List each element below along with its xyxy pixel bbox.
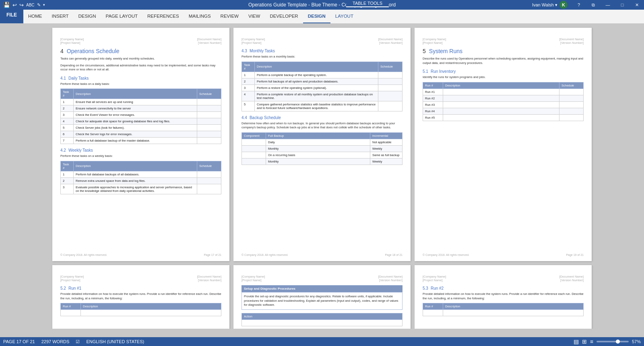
daily-row-7: 7Perform a full database backup of the m… (61, 138, 221, 144)
setup-heading: Setup and Diagnostic Procedures (242, 285, 402, 292)
page-1-header: [Company Name] [Project Name] [Document … (60, 37, 221, 45)
page-5: [Company Name] [Project Name] [Document … (233, 265, 411, 329)
tab-design[interactable]: DESIGN (73, 10, 101, 23)
user-avatar: K (559, 1, 568, 9)
run1-row (61, 310, 221, 316)
run-row-1: Run #1 (423, 89, 584, 95)
quick-access-save[interactable]: 💾 (3, 2, 10, 8)
daily-row-1: 1Ensure that all services are up and run… (61, 99, 221, 105)
page-info: PAGE 17 OF 21 (3, 339, 35, 344)
help-btn[interactable]: ? (572, 0, 586, 10)
p1-project: [Project Name] (60, 41, 84, 45)
tab-references[interactable]: REFERENCES (142, 10, 184, 23)
page-2-footer: © Company 2018. All rights reserved. Pag… (242, 253, 402, 256)
tab-view[interactable]: VIEW (244, 10, 265, 23)
weekly-row-2: 2Remove extra unused space from data and… (61, 177, 221, 184)
p1-docname: [Document Name] (197, 37, 221, 41)
tab-page-layout[interactable]: PAGE LAYOUT (101, 10, 142, 23)
zoom-level[interactable]: 57% (632, 339, 641, 344)
section51-intro: Identify the runs for system programs an… (423, 75, 584, 80)
track-changes-icon[interactable]: ☑ (76, 339, 80, 344)
ribbon: FILE HOME INSERT DESIGN PAGE LAYOUT REFE… (0, 10, 644, 24)
file-tab[interactable]: FILE (0, 10, 23, 23)
p2-company: [Company Name] (242, 37, 265, 41)
title-bar: 💾 ↩ ↪ ABC ✎ ▾ Operations Guide Template … (0, 0, 644, 10)
document-area[interactable]: [Company Name] [Project Name] [Document … (0, 24, 644, 329)
tab-insert[interactable]: INSERT (47, 10, 74, 23)
page-6: [Company Name] [Project Name] [Document … (415, 265, 592, 329)
tab-home[interactable]: HOME (23, 10, 47, 23)
backup-row-2: MonthlyWeekly (242, 145, 402, 152)
section52-heading: 5.2 Run #1 (60, 286, 221, 290)
weekly-row-1: 1Perform full database backups of all da… (61, 171, 221, 177)
run-row-2: Run #2 (423, 95, 584, 101)
quick-access-custom[interactable]: ✎ (37, 2, 41, 8)
backup-row-3: On a recurring basisSame as full backup (242, 152, 402, 158)
quick-access-spell[interactable]: ABC (26, 3, 35, 7)
section42-heading: 4.2 Weekly Tasks (60, 148, 221, 152)
section4-heading: 4 Operations Schedule (60, 48, 221, 54)
user-name[interactable]: Ivan Walsh ▾ (532, 2, 557, 8)
p1-version: [Version Number] (198, 41, 221, 45)
page-4: [Company Name] [Project Name] [Document … (52, 265, 229, 329)
quick-access-dropdown[interactable]: ▾ (43, 3, 45, 7)
run-row-3: Run #3 (423, 101, 584, 108)
run2-row (423, 310, 584, 316)
restore-btn[interactable]: ⧉ (586, 0, 601, 10)
page-2: [Company Name] [Project Name] [Document … (233, 28, 411, 261)
col-desc: Description (74, 161, 197, 171)
monthly-row-4: 4Perform a complete restore of all month… (242, 91, 402, 101)
maximize-btn[interactable]: □ (615, 0, 630, 10)
zoom-thumb[interactable] (616, 340, 620, 344)
monthly-row-2: 2Perform full backups of all system and … (242, 78, 402, 84)
minimize-btn[interactable]: — (601, 0, 615, 10)
section44-heading: 4.4 Backup Schedule (242, 115, 402, 120)
section4-intro1: Tasks can generally grouped into daily, … (60, 57, 221, 61)
tab-layout[interactable]: LAYOUT (330, 10, 358, 23)
backup-row-4: MonthlyWeekly (242, 158, 402, 165)
action-row (242, 319, 402, 326)
word-count: 2297 WORDS (41, 339, 70, 344)
tab-review[interactable]: REVIEW (216, 10, 244, 23)
page-3-footer: © Company 2018. All rights reserved. Pag… (423, 253, 584, 256)
page-1: [Company Name] [Project Name] [Document … (52, 28, 229, 261)
view-mode-read[interactable]: ≡ (590, 338, 593, 345)
page-2-header: [Company Name] [Project Name] [Document … (242, 37, 402, 45)
language-info[interactable]: ENGLISH (UNITED STATES) (86, 339, 144, 344)
section5-intro: Describe the runs used by Operations per… (423, 57, 584, 65)
section41-heading: 4.1 Daily Tasks (60, 76, 221, 80)
quick-access-undo[interactable]: ↩ (12, 2, 17, 8)
user-area: Ivan Walsh ▾ K (532, 1, 572, 9)
close-btn[interactable]: ✕ (630, 0, 644, 10)
view-mode-web[interactable]: ⊞ (582, 338, 587, 345)
view-mode-print[interactable]: ▤ (574, 338, 579, 345)
monthly-row-1: 1Perform a complete backup of the operat… (242, 72, 402, 78)
monthly-tasks-table: Task # Description Schedule 1Perform a c… (242, 62, 402, 111)
tab-developer[interactable]: DEVELOPER (265, 10, 303, 23)
section51-heading: 5.1 Run Inventory (423, 69, 584, 74)
daily-tasks-table: Task # Description Schedule 1Ensure that… (60, 89, 221, 144)
monthly-row-5: 5Compare gathered performance statistics… (242, 101, 402, 111)
col-desc: Description (74, 89, 197, 99)
page-1-footer: © Company 2018. All rights reserved. Pag… (60, 253, 221, 256)
p2-docname: [Document Name] (378, 37, 402, 41)
p2-version: [Version Number] (379, 41, 402, 45)
daily-row-5: 5Check Server jobs (look for failures). (61, 125, 221, 131)
section43-intro: Perform these tasks on a monthly basis: (242, 55, 402, 59)
tab-table-design[interactable]: DESIGN (303, 10, 330, 23)
tab-mailings[interactable]: MAILINGS (184, 10, 216, 23)
status-bar: PAGE 17 OF 21 2297 WORDS ☑ ENGLISH (UNIT… (0, 337, 644, 346)
table-tools-label: TABLE TOOLS (353, 1, 382, 6)
section44-intro: Determine how often and when to run back… (242, 122, 402, 130)
col-sched: Schedule (197, 161, 221, 171)
run2-table: Run # Description (423, 303, 584, 316)
section42-intro: Perform these tasks on a weekly basis: (60, 154, 221, 159)
quick-access-redo[interactable]: ↪ (19, 2, 24, 8)
daily-row-2: 2Ensure network connectivity to the serv… (61, 105, 221, 112)
page-row-1: [Company Name] [Project Name] [Document … (4, 28, 640, 261)
daily-row-3: 3Check the Event Viewer for error messag… (61, 112, 221, 118)
zoom-slider[interactable] (597, 341, 629, 342)
p1-company: [Company Name] (60, 37, 84, 41)
page-row-2: [Company Name] [Project Name] [Document … (4, 265, 640, 329)
backup-schedule-table: Component Full Backup Incremental DailyN… (242, 132, 402, 165)
